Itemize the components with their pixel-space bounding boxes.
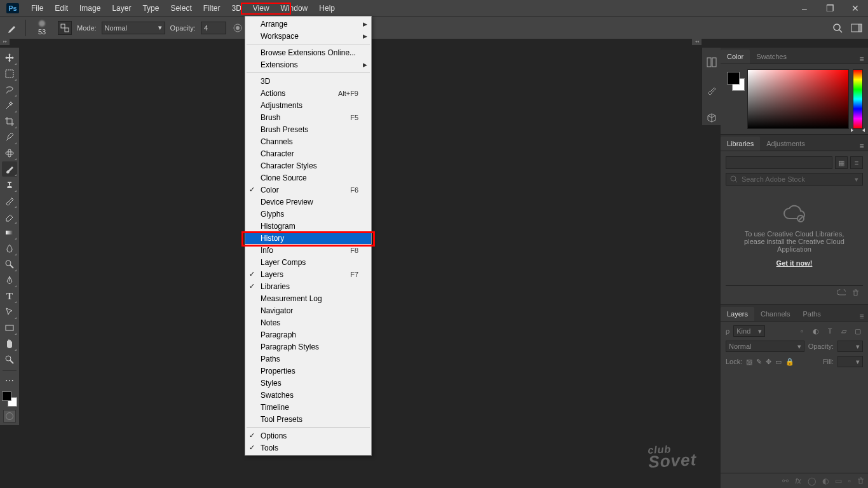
search-icon[interactable] bbox=[831, 22, 844, 34]
pressure-opacity-icon[interactable] bbox=[231, 22, 244, 34]
tab-layers[interactable]: Layers bbox=[721, 307, 754, 321]
blur-tool[interactable] bbox=[2, 241, 17, 256]
menu-item-character-styles[interactable]: Character Styles bbox=[245, 159, 371, 172]
menu-item-brush-presets[interactable]: Brush Presets bbox=[245, 123, 371, 135]
color-fgbg[interactable] bbox=[726, 69, 743, 129]
window-minimize[interactable]: – bbox=[792, 0, 817, 16]
menu-item-3d[interactable]: 3D bbox=[245, 75, 371, 87]
menu-item-measurement-log[interactable]: Measurement Log bbox=[245, 292, 371, 304]
hue-slider[interactable] bbox=[853, 69, 863, 129]
filter-pixel-icon[interactable]: ▫ bbox=[797, 326, 807, 336]
tab-paths[interactable]: Paths bbox=[797, 307, 827, 321]
lasso-tool[interactable] bbox=[2, 82, 17, 97]
stock-search[interactable]: Search Adobe Stock ▾ bbox=[726, 173, 863, 186]
lib-trash-icon[interactable] bbox=[852, 289, 859, 297]
menu-item-device-preview[interactable]: Device Preview bbox=[245, 196, 371, 208]
lock-all-icon[interactable]: 🔒 bbox=[785, 358, 794, 366]
menu-item-histogram[interactable]: Histogram bbox=[245, 220, 371, 232]
menu-item-paragraph-styles[interactable]: Paragraph Styles bbox=[245, 341, 371, 353]
menu-item-styles[interactable]: Styles bbox=[245, 377, 371, 389]
menu-item-extensions[interactable]: Extensions▶ bbox=[245, 58, 371, 71]
menu-item-options[interactable]: ✓Options bbox=[245, 430, 371, 442]
dock-handle-right[interactable]: ◂◂ bbox=[692, 39, 702, 45]
more-tools[interactable]: ⋯ bbox=[2, 373, 17, 388]
menu-item-brush[interactable]: BrushF5 bbox=[245, 111, 371, 123]
menu-item-paragraph[interactable]: Paragraph bbox=[245, 329, 371, 341]
magic-wand-tool[interactable] bbox=[2, 98, 17, 113]
menu-item-color[interactable]: ✓ColorF6 bbox=[245, 184, 371, 196]
lock-position-icon[interactable]: ✥ bbox=[766, 358, 771, 366]
tab-libraries[interactable]: Libraries bbox=[721, 137, 760, 151]
menu-item-tool-presets[interactable]: Tool Presets bbox=[245, 413, 371, 425]
eraser-tool[interactable] bbox=[2, 209, 17, 224]
tab-color[interactable]: Color bbox=[721, 50, 750, 64]
lib-view-grid[interactable]: ▦ bbox=[835, 156, 848, 169]
menu-item-paths[interactable]: Paths bbox=[245, 353, 371, 365]
window-maximize[interactable]: ❐ bbox=[817, 0, 843, 16]
brush-tool[interactable] bbox=[2, 161, 17, 177]
menu-item-channels[interactable]: Channels bbox=[245, 135, 371, 147]
3d-dock-icon[interactable] bbox=[705, 111, 719, 125]
dodge-tool[interactable] bbox=[2, 257, 17, 272]
tab-channels[interactable]: Channels bbox=[754, 307, 796, 321]
layer-opacity-input[interactable]: ▾ bbox=[837, 341, 863, 352]
clone-stamp-tool[interactable] bbox=[2, 177, 17, 193]
tab-swatches[interactable]: Swatches bbox=[750, 50, 793, 64]
menu-item-navigator[interactable]: Navigator bbox=[245, 304, 371, 316]
pen-tool[interactable] bbox=[2, 273, 17, 288]
blend-mode-select[interactable]: Normal▾ bbox=[726, 341, 804, 352]
filter-type-icon[interactable]: T bbox=[825, 326, 835, 336]
menu-item-tools[interactable]: ✓Tools bbox=[245, 442, 371, 454]
menu-window[interactable]: Window bbox=[275, 0, 314, 16]
spot-heal-tool[interactable] bbox=[2, 146, 17, 161]
brush-dock-icon[interactable] bbox=[705, 83, 719, 97]
menu-item-libraries[interactable]: ✓Libraries bbox=[245, 280, 371, 292]
menu-layer[interactable]: Layer bbox=[106, 0, 137, 16]
marquee-tool[interactable] bbox=[2, 66, 17, 81]
libraries-get-it-link[interactable]: Get it now! bbox=[776, 259, 813, 267]
path-select-tool[interactable] bbox=[2, 304, 17, 320]
library-select[interactable] bbox=[726, 156, 832, 169]
filter-adjust-icon[interactable]: ◐ bbox=[811, 326, 821, 336]
delete-layer-icon[interactable] bbox=[857, 477, 864, 485]
brush-panel-toggle[interactable] bbox=[58, 21, 72, 35]
menu-item-glyphs[interactable]: Glyphs bbox=[245, 208, 371, 220]
opacity-input[interactable]: 4 bbox=[201, 22, 226, 34]
menu-item-character[interactable]: Character bbox=[245, 147, 371, 159]
menu-select[interactable]: Select bbox=[165, 0, 197, 16]
layers-panel-menu[interactable]: ≡ bbox=[855, 312, 868, 321]
lock-transparent-icon[interactable]: ▨ bbox=[746, 358, 752, 366]
menu-item-layers[interactable]: ✓LayersF7 bbox=[245, 268, 371, 280]
menu-filter[interactable]: Filter bbox=[198, 0, 226, 16]
gradient-tool[interactable] bbox=[2, 225, 17, 240]
zoom-tool[interactable] bbox=[2, 352, 17, 367]
menu-item-notes[interactable]: Notes bbox=[245, 316, 371, 329]
brush-size-preview[interactable]: 53 bbox=[31, 20, 53, 36]
workspace-switcher-icon[interactable] bbox=[850, 22, 863, 34]
menu-image[interactable]: Image bbox=[74, 0, 106, 16]
window-close[interactable]: ✕ bbox=[843, 0, 868, 16]
new-group-icon[interactable]: ▭ bbox=[835, 477, 842, 485]
menu-type[interactable]: Type bbox=[137, 0, 165, 16]
crop-tool[interactable] bbox=[2, 114, 17, 129]
layer-filter-kind[interactable]: Kind▾ bbox=[733, 325, 765, 337]
menu-item-layer-comps[interactable]: Layer Comps bbox=[245, 256, 371, 268]
menu-item-adjustments[interactable]: Adjustments bbox=[245, 99, 371, 111]
lock-artboard-icon[interactable]: ▭ bbox=[775, 358, 782, 366]
menu-item-swatches[interactable]: Swatches bbox=[245, 389, 371, 401]
menu-item-actions[interactable]: ActionsAlt+F9 bbox=[245, 87, 371, 99]
history-brush-tool[interactable] bbox=[2, 193, 17, 208]
move-tool[interactable] bbox=[2, 50, 17, 65]
menu-item-properties[interactable]: Properties bbox=[245, 365, 371, 377]
menu-item-arrange[interactable]: Arrange▶ bbox=[245, 18, 371, 30]
color-panel-menu[interactable]: ≡ bbox=[855, 55, 868, 64]
dock-handle-left[interactable]: ▸▸ bbox=[0, 39, 10, 45]
menu-edit[interactable]: Edit bbox=[49, 0, 74, 16]
filter-shape-icon[interactable]: ▱ bbox=[839, 326, 849, 336]
menu-file[interactable]: File bbox=[25, 0, 49, 16]
menu-item-timeline[interactable]: Timeline bbox=[245, 401, 371, 413]
menu-item-clone-source[interactable]: Clone Source bbox=[245, 172, 371, 184]
new-adjustment-icon[interactable]: ◐ bbox=[822, 477, 829, 485]
type-tool[interactable]: T bbox=[2, 288, 17, 304]
link-layers-icon[interactable]: ⚯ bbox=[782, 477, 789, 485]
